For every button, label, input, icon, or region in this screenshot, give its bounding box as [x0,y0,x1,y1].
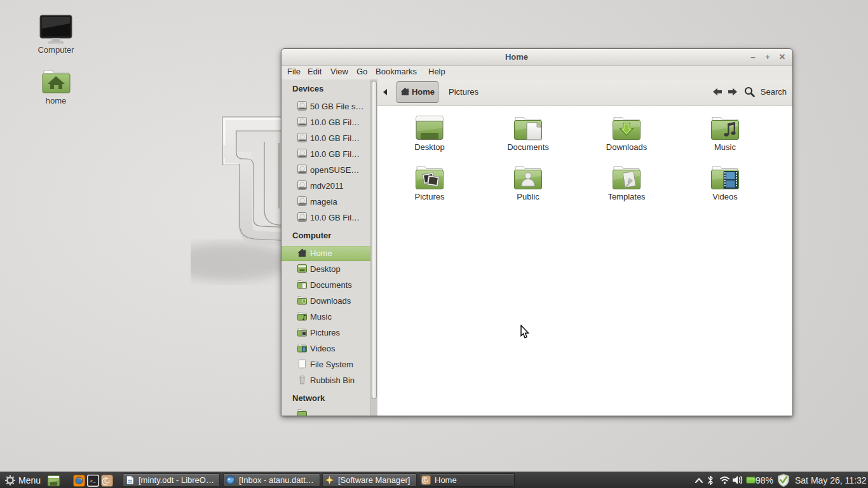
svg-text:>_: >_ [90,478,96,484]
